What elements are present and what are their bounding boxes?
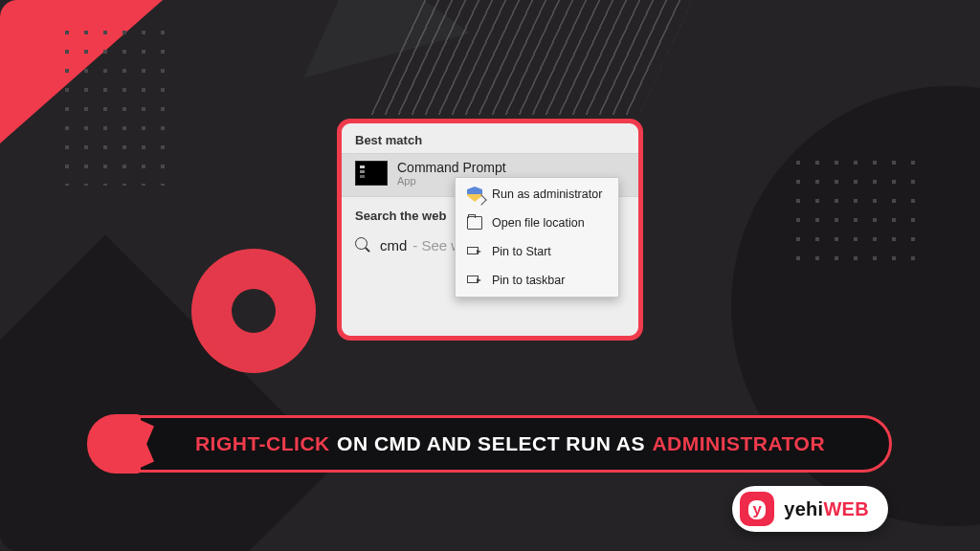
banner-text: ON CMD AND SELECT RUN AS [337,432,645,455]
command-prompt-icon [355,161,388,186]
banner-highlight-2: ADMINISTRATOR [652,432,825,455]
ctx-open-file-location[interactable]: Open file location [456,209,618,237]
ctx-pin-to-start[interactable]: Pin to Start [456,237,618,266]
bg-dots [57,23,172,186]
ctx-pin-to-taskbar[interactable]: Pin to taskbar [456,266,618,295]
pin-icon [467,273,482,288]
windows-search-panel: Best match Command Prompt App Search the… [337,119,643,341]
shield-icon [467,187,482,202]
best-match-label: Best match [342,123,638,153]
ctx-run-as-administrator[interactable]: Run as administrator [456,180,618,209]
banner-highlight-1: RIGHT-CLICK [195,432,330,455]
banner-accent [87,414,141,474]
ctx-item-label: Run as administrator [492,187,602,201]
yehiweb-badge: y yehiWEB [732,486,888,532]
bg-shape [370,0,701,115]
yehiweb-logo-text: yehiWEB [784,498,869,520]
yehiweb-logo-icon: y [740,492,774,526]
folder-icon [467,215,482,231]
bg-shape [191,249,316,373]
search-query: cmd [380,237,407,253]
search-icon [355,237,370,253]
ctx-item-label: Open file location [492,216,585,230]
result-title: Command Prompt [397,160,506,175]
ctx-item-label: Pin to taskbar [492,274,565,287]
pin-icon [467,244,482,259]
context-menu: Run as administrator Open file location … [455,177,619,298]
bg-dots [789,153,923,268]
ctx-item-label: Pin to Start [492,245,551,258]
instruction-banner: RIGHT-CLICK ON CMD AND SELECT RUN AS ADM… [88,415,892,473]
